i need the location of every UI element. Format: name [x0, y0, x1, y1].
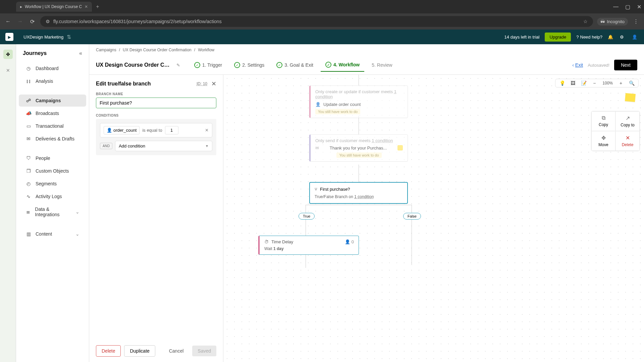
note-icon[interactable]: 📝 — [580, 80, 588, 86]
incognito-label: Incognito — [607, 19, 625, 24]
lightbulb-icon[interactable]: 💡 — [558, 80, 566, 86]
sidebar-item-analysis[interactable]: ⫿⫿Analysis — [19, 75, 86, 87]
condition-row[interactable]: 👤order_count is equal to 1 ✕ — [100, 123, 212, 137]
tag-yellow — [397, 145, 403, 150]
browser-tab[interactable]: ▸ Workflow | UX Design Course C ✕ — [16, 2, 92, 12]
sidebar-item-transactional[interactable]: ▭Transactional — [19, 120, 86, 132]
collapse-sidebar-icon[interactable]: « — [79, 50, 82, 56]
palette-move[interactable]: ✥Move — [591, 131, 615, 151]
step-label: 5. Review — [372, 62, 392, 68]
sidebar-item-data-integrations[interactable]: ≣Data & Integrations⌄ — [19, 203, 86, 221]
delete-button[interactable]: Delete — [96, 345, 121, 357]
forward-icon[interactable]: → — [16, 18, 24, 24]
step-workflow[interactable]: ✓4. Workflow — [321, 58, 364, 72]
node-thank-you-email[interactable]: Only send if customer meets 1 condition … — [309, 134, 408, 162]
help-link[interactable]: ?Need help? — [576, 35, 602, 40]
sidebar-item-label: Custom Objects — [36, 168, 69, 174]
branch-label-true[interactable]: True — [299, 213, 315, 220]
check-icon: ✓ — [276, 62, 282, 68]
and-badge[interactable]: AND — [100, 143, 112, 149]
browser-menu-icon[interactable]: ⋮ — [632, 18, 640, 25]
condition-value[interactable]: 1 — [165, 126, 178, 134]
sidebar-item-deliveries[interactable]: ✉Deliveries & Drafts — [19, 133, 86, 145]
edit-title-icon[interactable]: ✎ — [176, 63, 180, 68]
exit-link[interactable]: ‹Exit — [572, 62, 583, 68]
next-button[interactable]: Next — [614, 60, 637, 70]
breadcrumb: Campaigns / UX Design Course Order Confi… — [89, 44, 644, 56]
zoom-in-icon[interactable]: + — [617, 80, 625, 86]
autosaved-status: Autosaved! — [588, 63, 609, 68]
workspace-switcher-icon[interactable]: ⇅ — [67, 34, 71, 40]
app-logo[interactable]: ▸ — [5, 33, 13, 41]
campaign-title: UX Design Course Order Confir... — [96, 62, 170, 68]
new-tab-button[interactable]: + — [96, 4, 99, 10]
sidebar-item-people[interactable]: ⛉People — [19, 152, 86, 164]
sidebar-item-broadcasts[interactable]: 📣Broadcasts — [19, 107, 86, 119]
sidebar-item-campaigns[interactable]: ☍Campaigns — [19, 95, 86, 107]
connector — [359, 165, 359, 182]
mini-sidebar-journeys[interactable]: ✤ — [3, 50, 13, 59]
sidebar-item-label: Campaigns — [36, 98, 61, 103]
check-icon: ✓ — [325, 62, 331, 68]
back-icon[interactable]: ← — [4, 18, 12, 24]
node-update-order-count[interactable]: Only create or update if customer meets … — [309, 85, 408, 118]
branch-label-false[interactable]: False — [403, 213, 421, 220]
sidebar-item-content[interactable]: ▥Content⌄ — [19, 228, 86, 240]
workflow-canvas[interactable]: 💡 🖼 📝 − 100% + 🔍 ⧉Copy ↗Copy to ✥Move ✕D… — [223, 75, 644, 362]
node-time-delay[interactable]: ⏱Time Delay👤0 Wait 1 day — [258, 236, 359, 255]
sidebar-item-label: Broadcasts — [36, 111, 59, 116]
settings-icon[interactable]: ⚙ — [620, 35, 627, 40]
site-settings-icon[interactable]: ⚙ — [46, 19, 50, 24]
condition-link[interactable]: 1 condition — [354, 194, 374, 199]
step-trigger[interactable]: ✓1. Trigger — [190, 59, 227, 71]
email-icon: ✉ — [315, 145, 319, 150]
palette-delete[interactable]: ✕Delete — [615, 131, 640, 151]
app-header: ▸ UXDesign Marketing ⇅ 14 days left in t… — [0, 29, 644, 44]
cancel-button[interactable]: Cancel — [164, 346, 189, 356]
upgrade-button[interactable]: Upgrade — [545, 33, 571, 42]
step-goal-exit[interactable]: ✓3. Goal & Exit — [272, 59, 318, 71]
notifications-icon[interactable]: 🔔 — [608, 35, 614, 40]
image-icon[interactable]: 🖼 — [569, 80, 577, 86]
step-label: 3. Goal & Exit — [284, 62, 313, 68]
remove-condition-icon[interactable]: ✕ — [205, 128, 209, 133]
duplicate-button[interactable]: Duplicate — [124, 345, 155, 357]
close-inspector-icon[interactable]: ✕ — [211, 80, 216, 87]
palette-copy[interactable]: ⧉Copy — [591, 111, 615, 131]
condition-attribute[interactable]: 👤order_count — [104, 126, 140, 134]
sidebar-item-label: People — [36, 156, 50, 161]
add-condition-select[interactable]: Add condition ▼ — [115, 141, 212, 151]
trial-notice: 14 days left in trial — [504, 35, 540, 40]
sidebar-item-label: Content — [36, 231, 52, 237]
account-icon[interactable]: 👤 — [632, 35, 639, 40]
mini-sidebar-other[interactable]: ✕ — [3, 66, 13, 75]
close-window-icon[interactable]: ✕ — [637, 4, 641, 10]
close-icon[interactable]: ✕ — [85, 4, 88, 9]
sticky-note[interactable] — [625, 93, 636, 102]
sidebar-item-label: Data & Integrations — [35, 206, 71, 217]
inspector-id[interactable]: ID: 10 — [197, 81, 207, 86]
branch-name-input[interactable] — [96, 98, 216, 108]
canvas-toolbar: 💡 🖼 📝 − 100% + 🔍 — [555, 79, 639, 87]
zoom-out-icon[interactable]: − — [590, 80, 598, 86]
node-subtitle: True/False Branch on — [315, 194, 353, 199]
workspace-name[interactable]: UXDesign Marketing — [23, 35, 63, 40]
bookmark-icon[interactable]: ☆ — [583, 19, 588, 24]
step-settings[interactable]: ✓2. Settings — [229, 59, 269, 71]
maximize-icon[interactable]: ▢ — [625, 4, 630, 10]
reload-icon[interactable]: ⟳ — [28, 18, 36, 25]
breadcrumb-campaign-name[interactable]: UX Design Course Order Confirmation — [123, 48, 192, 52]
condition-link[interactable]: 1 condition — [372, 138, 393, 143]
sidebar-item-segments[interactable]: ◴Segments — [19, 178, 86, 190]
breadcrumb-campaigns[interactable]: Campaigns — [96, 48, 116, 52]
search-icon[interactable]: 🔍 — [628, 80, 636, 86]
minimize-icon[interactable]: — — [613, 4, 619, 10]
node-first-purchase-branch[interactable]: ⑂First purchase? True/False Branch on 1 … — [309, 182, 408, 204]
step-review[interactable]: 5. Review — [367, 59, 397, 71]
sidebar-item-activity-logs[interactable]: ∿Activity Logs — [19, 190, 86, 202]
sidebar-item-custom-objects[interactable]: ❒Custom Objects — [19, 165, 86, 177]
sidebar-item-dashboard[interactable]: ◷Dashboard — [19, 62, 86, 74]
condition-operator: is equal to — [142, 128, 162, 133]
url-bar[interactable]: ⚙ fly.customer.io/workspaces/160831/jour… — [40, 16, 593, 27]
palette-copy-to[interactable]: ↗Copy to — [615, 111, 640, 131]
